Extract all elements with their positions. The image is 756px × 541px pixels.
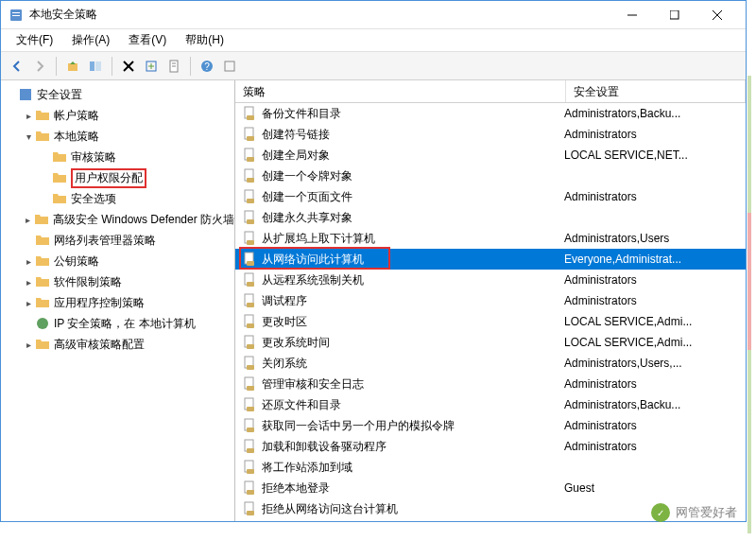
back-button[interactable] bbox=[7, 56, 27, 77]
list-row[interactable]: 从网络访问此计算机Everyone,Administrat... bbox=[235, 249, 746, 270]
svg-rect-32 bbox=[247, 219, 254, 224]
list-row[interactable]: 获取同一会话中另一个用户的模拟令牌Administrators bbox=[235, 415, 746, 436]
svg-rect-44 bbox=[247, 344, 254, 349]
security-setting: Everyone,Administrat... bbox=[564, 253, 746, 266]
twisty-icon[interactable]: ▾ bbox=[22, 131, 35, 142]
list-row[interactable]: 从远程系统强制关机Administrators bbox=[235, 270, 746, 290]
tree-item[interactable]: 安全选项 bbox=[1, 188, 234, 209]
policy-name: 关闭系统 bbox=[262, 356, 564, 372]
tree-item[interactable]: 网络列表管理器策略 bbox=[1, 230, 234, 251]
list-row[interactable]: 调试程序Administrators bbox=[235, 290, 746, 311]
tree-item[interactable]: IP 安全策略，在 本地计算机 bbox=[1, 313, 234, 334]
policy-icon bbox=[243, 314, 258, 329]
refresh-button[interactable] bbox=[219, 56, 240, 77]
list-row[interactable]: 创建一个页面文件Administrators bbox=[235, 186, 746, 207]
properties-button[interactable] bbox=[163, 56, 184, 77]
security-setting: Administrators bbox=[564, 128, 746, 141]
tree-item[interactable]: ▸公钥策略 bbox=[1, 251, 234, 271]
svg-rect-18 bbox=[225, 61, 234, 71]
list-row[interactable]: 拒绝本地登录Guest bbox=[235, 478, 746, 498]
security-setting: Administrators bbox=[564, 440, 746, 453]
column-security[interactable]: 安全设置 bbox=[566, 80, 746, 102]
folder-icon bbox=[35, 337, 50, 352]
folder-icon bbox=[34, 212, 49, 227]
show-hide-tree-button[interactable] bbox=[85, 56, 106, 77]
list-row[interactable]: 创建全局对象LOCAL SERVICE,NET... bbox=[235, 145, 746, 166]
watermark: ✓ 网管爱好者 bbox=[651, 503, 737, 522]
menu-view[interactable]: 查看(V) bbox=[119, 30, 176, 50]
policy-name: 获取同一会话中另一个用户的模拟令牌 bbox=[262, 418, 564, 434]
policy-icon bbox=[243, 293, 258, 308]
list-row[interactable]: 关闭系统Administrators,Users,... bbox=[235, 353, 746, 374]
svg-rect-24 bbox=[247, 136, 254, 141]
tree-item[interactable]: ▸应用程序控制策略 bbox=[1, 292, 234, 313]
policy-name: 创建永久共享对象 bbox=[262, 210, 564, 226]
menu-help[interactable]: 帮助(H) bbox=[176, 30, 233, 50]
twisty-icon[interactable]: ▸ bbox=[22, 298, 35, 308]
forward-button[interactable] bbox=[29, 56, 50, 77]
tree-label: 帐户策略 bbox=[54, 108, 99, 124]
policy-name: 创建一个页面文件 bbox=[262, 189, 564, 205]
list-row[interactable]: 还原文件和目录Administrators,Backu... bbox=[235, 394, 746, 415]
folder-icon bbox=[35, 129, 50, 144]
list-row[interactable]: 管理审核和安全日志Administrators bbox=[235, 374, 746, 394]
export-button[interactable] bbox=[141, 56, 162, 77]
list-row[interactable]: 更改系统时间LOCAL SERVICE,Admi... bbox=[235, 332, 746, 353]
policy-name: 调试程序 bbox=[262, 293, 564, 309]
tree-label: 安全设置 bbox=[37, 87, 82, 103]
svg-rect-26 bbox=[247, 157, 254, 162]
security-setting: LOCAL SERVICE,Admi... bbox=[564, 336, 746, 349]
list-body[interactable]: 备份文件和目录Administrators,Backu...创建符号链接Admi… bbox=[235, 103, 746, 521]
twisty-icon[interactable]: ▸ bbox=[22, 111, 35, 121]
policy-icon bbox=[243, 439, 258, 454]
close-button[interactable] bbox=[696, 2, 738, 28]
svg-rect-46 bbox=[247, 365, 254, 370]
folder-icon bbox=[52, 149, 67, 165]
policy-icon bbox=[243, 148, 258, 163]
svg-rect-8 bbox=[90, 61, 94, 71]
tree-item[interactable]: 用户权限分配 bbox=[1, 167, 234, 188]
tree-item[interactable]: ▾本地策略 bbox=[1, 126, 234, 147]
folder-icon bbox=[35, 108, 50, 123]
tree-item[interactable]: ▸软件限制策略 bbox=[1, 271, 234, 292]
delete-button[interactable] bbox=[118, 56, 139, 77]
tree-item[interactable]: ▸高级审核策略配置 bbox=[1, 334, 234, 355]
menu-action[interactable]: 操作(A) bbox=[62, 30, 119, 50]
security-setting: Administrators bbox=[564, 294, 746, 307]
tree-item[interactable]: ▸高级安全 Windows Defender 防火墙 bbox=[1, 209, 234, 230]
policy-name: 将工作站添加到域 bbox=[262, 460, 564, 476]
list-row[interactable]: 创建符号链接Administrators bbox=[235, 124, 746, 145]
tree-pane[interactable]: 安全设置▸帐户策略▾本地策略审核策略用户权限分配安全选项▸高级安全 Window… bbox=[1, 80, 235, 521]
minimize-button[interactable] bbox=[610, 2, 653, 28]
security-setting: Administrators,Backu... bbox=[564, 398, 746, 411]
window-title: 本地安全策略 bbox=[29, 7, 610, 23]
list-row[interactable]: 创建一个令牌对象 bbox=[235, 166, 746, 186]
tree-item[interactable]: 审核策略 bbox=[1, 147, 234, 167]
policy-icon bbox=[243, 189, 258, 204]
svg-rect-28 bbox=[247, 178, 254, 183]
side-marker bbox=[747, 76, 751, 533]
policy-icon bbox=[243, 397, 258, 412]
tree-root[interactable]: 安全设置 bbox=[1, 84, 234, 105]
svg-rect-50 bbox=[247, 407, 254, 411]
list-row[interactable]: 加载和卸载设备驱动程序Administrators bbox=[235, 436, 746, 457]
up-button[interactable] bbox=[62, 56, 83, 77]
help-button[interactable]: ? bbox=[197, 56, 217, 77]
wechat-icon: ✓ bbox=[651, 503, 670, 522]
column-policy[interactable]: 策略 bbox=[235, 80, 566, 102]
twisty-icon[interactable]: ▸ bbox=[22, 215, 34, 225]
policy-name: 创建一个令牌对象 bbox=[262, 168, 564, 184]
menu-file[interactable]: 文件(F) bbox=[7, 30, 62, 50]
twisty-icon[interactable]: ▸ bbox=[22, 277, 35, 288]
list-row[interactable]: 将工作站添加到域 bbox=[235, 457, 746, 478]
list-row[interactable]: 备份文件和目录Administrators,Backu... bbox=[235, 103, 746, 124]
maximize-button[interactable] bbox=[653, 2, 696, 28]
tree-item[interactable]: ▸帐户策略 bbox=[1, 105, 234, 126]
list-row[interactable]: 更改时区LOCAL SERVICE,Admi... bbox=[235, 311, 746, 332]
list-row[interactable]: 从扩展坞上取下计算机Administrators,Users bbox=[235, 228, 746, 249]
twisty-icon[interactable]: ▸ bbox=[22, 340, 35, 350]
list-row[interactable]: 创建永久共享对象 bbox=[235, 207, 746, 228]
twisty-icon[interactable]: ▸ bbox=[22, 256, 35, 267]
svg-rect-54 bbox=[247, 448, 254, 453]
svg-rect-52 bbox=[247, 428, 254, 432]
